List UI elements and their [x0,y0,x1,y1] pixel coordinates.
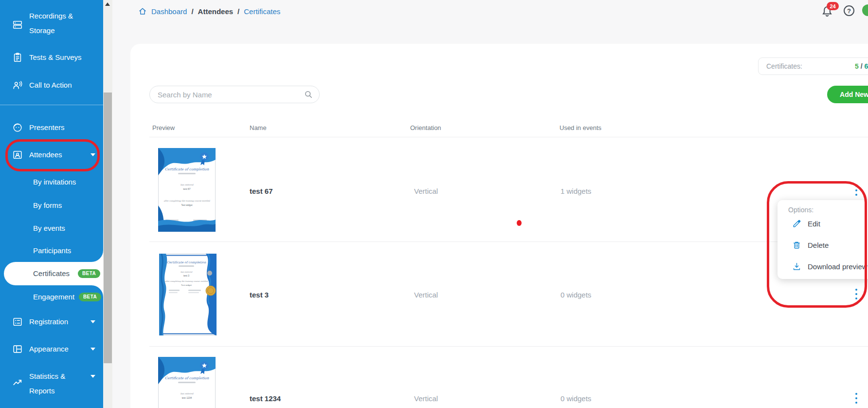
pill-curve-top [91,250,103,262]
breadcrumb-dashboard[interactable]: Dashboard [151,7,187,16]
sidebar-item-by-events[interactable]: By events [0,221,103,236]
chevron-down-icon [90,153,95,156]
scrollbar-thumb[interactable] [104,93,112,363]
registration-icon [12,316,23,327]
sidebar-item-appearance[interactable]: Appearance [0,342,103,356]
tests-surveys-icon [12,52,23,63]
row-options-kebab-icon[interactable] [852,185,860,196]
presenters-icon [12,122,23,133]
sidebar-item-attendees[interactable]: Attendees [0,148,103,162]
breadcrumb-attendees[interactable]: Attendees [198,7,234,16]
add-new-button[interactable]: Add New [827,86,868,103]
sidebar-item-label: Presenters [29,120,90,135]
notification-count-badge: 24 [827,2,839,10]
certificate-orientation: Vertical [414,394,438,403]
sidebar-item-by-forms[interactable]: By forms [0,198,103,213]
help-icon[interactable]: ? [844,5,854,16]
search-input[interactable] [149,86,320,103]
menu-item-label: Delete [808,241,829,249]
column-header-preview: Preview [152,124,175,131]
options-popup-title: Options: [788,206,814,214]
quota-total: 6 [864,62,868,70]
svg-text:after completing the training: after completing the training course ent… [164,200,210,202]
statistics-icon [12,377,23,388]
certificate-preview-thumbnail: Certificate of completion has entered te… [158,148,216,232]
sidebar-item-participants[interactable]: Participants [0,243,103,258]
options-popup: Options: Edit Delete Download preview [778,200,868,279]
sidebar: Recordings & Storage Tests & Surveys Cal… [0,0,103,408]
download-icon [792,262,801,271]
menu-item-delete[interactable]: Delete [778,236,868,254]
recordings-storage-icon [12,19,23,30]
table-divider [149,137,868,137]
svg-text:Certificate of completion: Certificate of completion [165,376,209,380]
call-to-action-icon [12,80,23,91]
certificate-name: test 3 [250,291,269,299]
breadcrumb-separator: / [191,7,193,16]
beta-badge: BETA [78,269,100,278]
svg-text:Test widget: Test widget [181,204,193,206]
promo-icon[interactable] [862,4,868,16]
sidebar-item-by-invitations[interactable]: By invitations [0,175,103,189]
chevron-down-icon [90,375,95,378]
sidebar-subitem-label: By events [33,224,65,232]
column-header-used-in-events: Used in events [560,124,601,131]
certificate-used-in-events: 0 widgets [561,291,591,299]
scrollbar-up-arrow[interactable] [105,2,110,6]
svg-text:has entered: has entered [181,184,194,186]
sidebar-item-engagement[interactable]: Engagement BETA [0,290,103,304]
svg-text:has entered: has entered [181,392,194,395]
sidebar-subitem-label: By invitations [33,178,76,186]
svg-text:has entered: has entered [181,271,192,273]
column-header-name: Name [250,124,267,131]
appearance-icon [12,344,23,354]
sidebar-item-label: Recordings & Storage [29,9,90,38]
beta-badge: BETA [79,293,101,301]
sidebar-item-label: Appearance [29,342,90,356]
row-options-kebab-icon[interactable] [852,289,860,299]
svg-text:Test widget: Test widget [181,284,192,286]
column-header-orientation: Orientation [410,124,441,131]
svg-text:test 3: test 3 [183,274,189,277]
svg-text:after completing the training: after completing the training course ent… [165,280,208,282]
table-divider [149,241,868,242]
svg-text:test 1234: test 1234 [182,396,192,399]
menu-item-download-preview[interactable]: Download preview [778,258,868,275]
svg-text:test 67: test 67 [183,187,190,190]
sidebar-subitem-label: By forms [33,201,62,209]
sidebar-item-certificates-selected[interactable]: Certificates BETA [4,262,103,285]
quota-separator: / [859,62,865,70]
certificate-preview-thumbnail: Certificate of completion has entered te… [158,357,216,408]
certificate-orientation: Vertical [414,187,438,195]
sidebar-item-presenters[interactable]: Presenters [0,120,103,135]
certificate-name: test 1234 [250,394,281,403]
home-icon[interactable] [138,7,147,16]
quota-label: Certificates: [766,58,802,74]
sidebar-item-registration[interactable]: Registration [0,315,103,329]
certificates-page: Recordings & Storage Tests & Surveys Cal… [0,0,868,408]
sidebar-item-recordings-storage[interactable]: Recordings & Storage [0,9,103,38]
row-options-kebab-icon[interactable] [852,393,860,404]
menu-item-label: Edit [808,220,820,228]
sidebar-item-statistics-reports[interactable]: Statistics & Reports [0,369,103,398]
sidebar-subitem-label: Certificates [33,262,70,285]
breadcrumb-certificates[interactable]: Certificates [244,7,280,16]
vertical-scrollbar[interactable] [103,0,112,408]
sidebar-divider [0,105,103,105]
chevron-down-icon [90,348,95,351]
sidebar-subitem-label: Participants [33,246,71,255]
quota-value: 5 / 6 [855,58,868,74]
sidebar-item-label: Statistics & Reports [29,369,90,398]
sidebar-item-tests-surveys[interactable]: Tests & Surveys [0,50,103,65]
sidebar-item-label: Tests & Surveys [29,50,90,65]
breadcrumb-separator: / [237,7,239,16]
certificate-orientation: Vertical [414,291,438,299]
sidebar-item-call-to-action[interactable]: Call to Action [0,78,103,93]
certificate-name: test 67 [250,187,273,195]
menu-item-edit[interactable]: Edit [778,215,868,232]
sidebar-subitem-label: Engagement [33,293,74,301]
sidebar-item-label: Attendees [29,148,90,162]
edit-pencil-icon [792,219,801,228]
svg-text:Certificate of completion: Certificate of completion [167,260,206,264]
sidebar-item-label: Call to Action [29,78,90,93]
